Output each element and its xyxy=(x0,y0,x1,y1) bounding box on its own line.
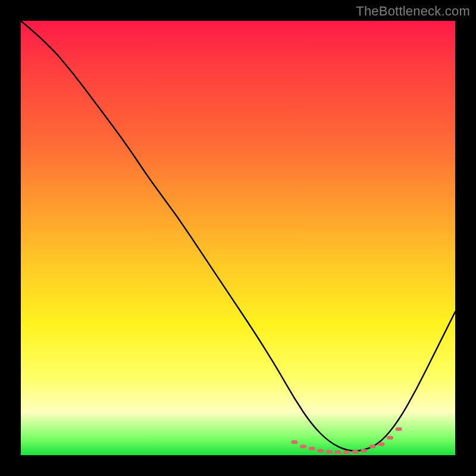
marker-dot xyxy=(334,450,341,454)
chart-svg xyxy=(21,21,455,455)
marker-dot xyxy=(361,449,367,453)
marker-dot xyxy=(369,444,376,448)
marker-dot xyxy=(387,436,393,440)
marker-dot xyxy=(291,440,298,444)
marker-dot xyxy=(378,443,384,446)
marker-dot xyxy=(326,450,333,453)
watermark-text: TheBottleneck.com xyxy=(356,4,470,19)
marker-dot xyxy=(343,450,350,454)
marker-dot xyxy=(352,450,359,453)
marker-dot xyxy=(396,427,402,431)
marker-dot xyxy=(300,444,306,448)
bottleneck-curve-path xyxy=(21,21,455,451)
marker-dot xyxy=(317,449,324,453)
plot-area xyxy=(21,21,455,455)
chart-frame: TheBottleneck.com xyxy=(0,0,476,476)
marker-dot xyxy=(309,447,315,450)
